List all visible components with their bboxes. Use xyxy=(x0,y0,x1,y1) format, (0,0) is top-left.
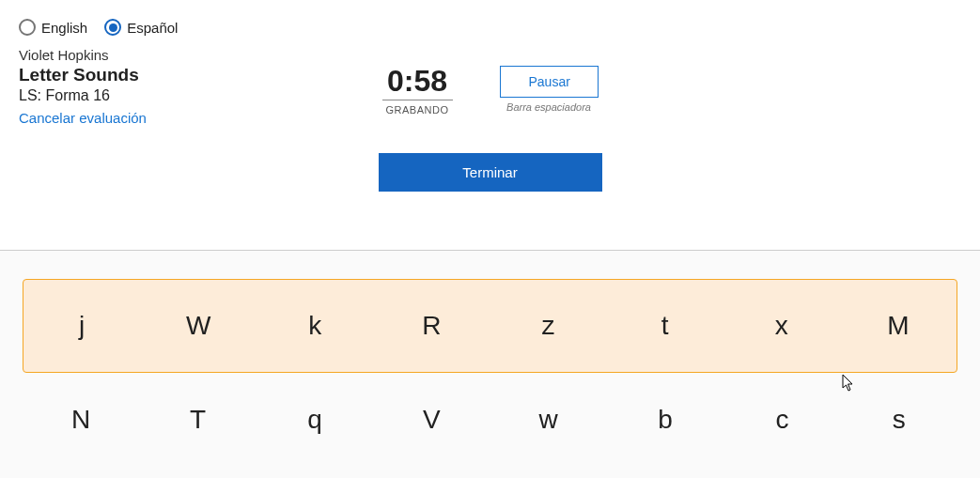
letter-cell[interactable]: M xyxy=(840,311,957,341)
letter-cell[interactable]: N xyxy=(23,405,139,435)
language-selector: English Español xyxy=(19,19,961,36)
timer-status: GRABANDO xyxy=(382,104,453,116)
letter-cell[interactable]: w xyxy=(490,405,607,435)
letter-cell[interactable]: x xyxy=(723,311,840,341)
letter-row[interactable]: NTqVwbcs xyxy=(23,373,957,467)
language-option-espanol[interactable]: Español xyxy=(104,19,178,36)
letter-cell[interactable]: q xyxy=(257,405,373,435)
radio-icon xyxy=(104,19,121,36)
language-label: Español xyxy=(127,20,178,36)
letter-cell[interactable]: j xyxy=(23,311,140,341)
letter-cell[interactable]: R xyxy=(373,311,490,341)
letter-cell[interactable]: W xyxy=(140,311,257,341)
finish-button[interactable]: Terminar xyxy=(379,153,602,192)
letter-cell[interactable]: k xyxy=(257,311,373,341)
timer-display: 0:58 GRABANDO xyxy=(382,66,453,116)
student-name: Violet Hopkins xyxy=(19,47,961,63)
radio-icon xyxy=(19,19,36,36)
letter-cell[interactable]: t xyxy=(607,311,723,341)
letter-cell[interactable]: V xyxy=(373,405,490,435)
timer-value: 0:58 xyxy=(382,66,453,96)
letter-cell[interactable]: s xyxy=(841,405,957,435)
letter-cell[interactable]: T xyxy=(139,405,256,435)
letter-grid: jWkRztxM NTqVwbcs xyxy=(0,250,980,478)
letter-cell[interactable]: b xyxy=(607,405,723,435)
letter-cell[interactable]: z xyxy=(490,311,607,341)
timer-divider xyxy=(382,100,453,100)
letter-row[interactable]: jWkRztxM xyxy=(23,279,957,373)
pause-button[interactable]: Pausar xyxy=(500,66,599,98)
language-label: English xyxy=(41,20,87,36)
language-option-english[interactable]: English xyxy=(19,19,87,36)
letter-cell[interactable]: c xyxy=(723,405,840,435)
pause-hint: Barra espaciadora xyxy=(500,101,599,113)
